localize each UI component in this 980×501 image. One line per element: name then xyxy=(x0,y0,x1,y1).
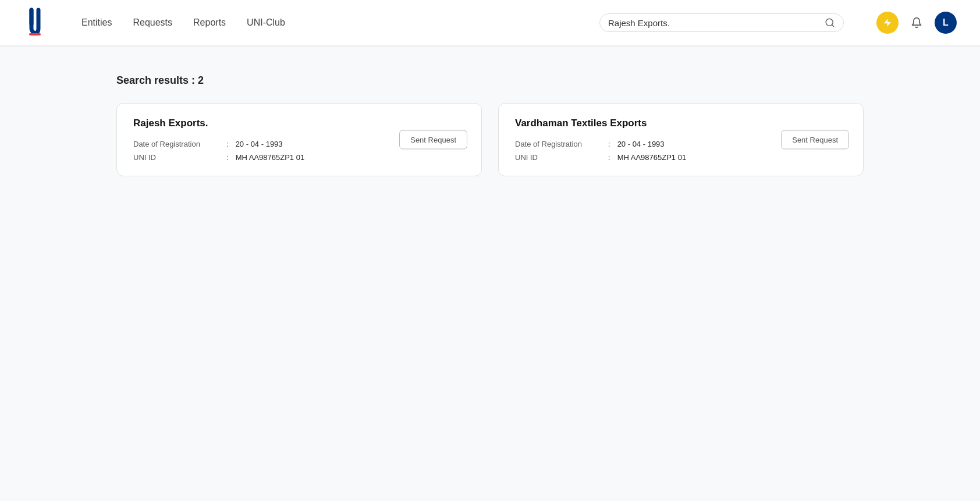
sent-request-button-2[interactable]: Sent Request xyxy=(781,130,849,150)
date-value-2: 20 - 04 - 1993 xyxy=(617,140,665,148)
result-card-1: Rajesh Exports. Date of Registration : 2… xyxy=(116,103,482,176)
search-icon-button[interactable] xyxy=(825,17,835,28)
svg-rect-0 xyxy=(29,33,41,35)
date-label-1: Date of Registration xyxy=(133,140,226,148)
uni-id-value-2: MH AA98765ZP1 01 xyxy=(617,153,687,162)
date-value-1: 20 - 04 - 1993 xyxy=(236,140,283,148)
uni-id-label-1: UNI ID xyxy=(133,153,226,162)
search-input[interactable] xyxy=(608,18,820,28)
nav-links: Entities Requests Reports UNI-Club xyxy=(81,17,576,28)
uni-id-row-1: UNI ID : MH AA98765ZP1 01 xyxy=(133,153,465,162)
main-content: Search results : 2 Rajesh Exports. Date … xyxy=(0,47,980,204)
nav-icons: L xyxy=(876,12,957,34)
nav-entities[interactable]: Entities xyxy=(81,17,112,28)
date-colon-1: : xyxy=(226,140,229,148)
company-name-1: Rajesh Exports. xyxy=(133,118,465,129)
date-colon-2: : xyxy=(608,140,610,148)
lightning-icon-button[interactable] xyxy=(876,12,899,34)
svg-line-2 xyxy=(832,24,833,26)
svg-marker-3 xyxy=(884,19,891,26)
uni-id-value-1: MH AA98765ZP1 01 xyxy=(236,153,305,162)
results-grid: Rajesh Exports. Date of Registration : 2… xyxy=(116,103,864,176)
uni-id-colon-1: : xyxy=(226,153,229,162)
bell-icon-button[interactable] xyxy=(906,12,928,34)
nav-uni-club[interactable]: UNI-Club xyxy=(247,17,285,28)
sent-request-button-1[interactable]: Sent Request xyxy=(399,130,467,150)
company-name-2: Vardhaman Textiles Exports xyxy=(515,118,847,129)
uni-id-row-2: UNI ID : MH AA98765ZP1 01 xyxy=(515,153,847,162)
uni-id-label-2: UNI ID xyxy=(515,153,608,162)
search-results-title: Search results : 2 xyxy=(116,74,864,87)
avatar-button[interactable]: L xyxy=(935,12,957,34)
nav-reports[interactable]: Reports xyxy=(193,17,226,28)
navbar: Entities Requests Reports UNI-Club L xyxy=(0,0,980,47)
result-card-2: Vardhaman Textiles Exports Date of Regis… xyxy=(498,103,864,176)
logo[interactable] xyxy=(23,8,47,38)
search-bar xyxy=(599,13,844,32)
date-label-2: Date of Registration xyxy=(515,140,608,148)
uni-id-colon-2: : xyxy=(608,153,610,162)
nav-requests[interactable]: Requests xyxy=(133,17,172,28)
